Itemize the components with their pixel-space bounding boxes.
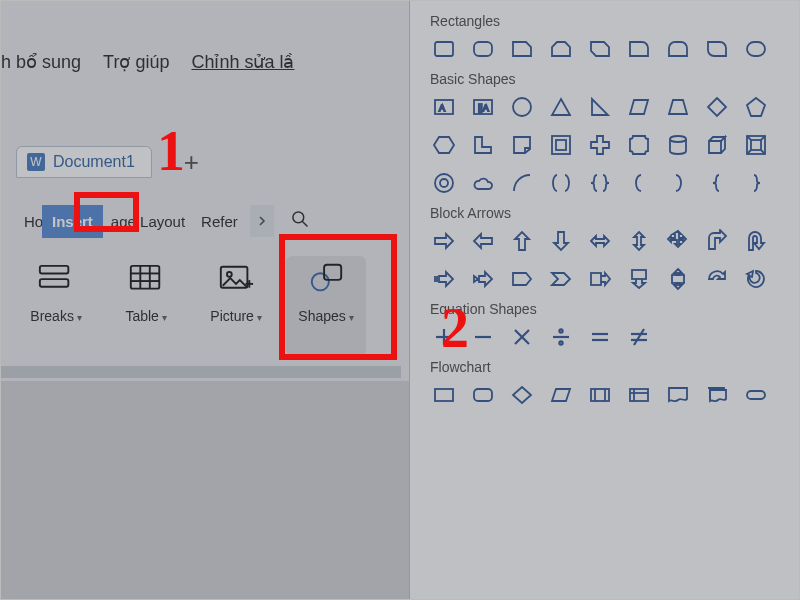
round-diag-rect-shape[interactable]: [703, 35, 731, 63]
ribbon-divider: [1, 366, 401, 378]
notched-right-arrow-shape[interactable]: [469, 265, 497, 293]
plaque-shape[interactable]: [625, 131, 653, 159]
up-arrow-shape[interactable]: [508, 227, 536, 255]
folded-corner-shape[interactable]: [508, 131, 536, 159]
right-triangle-shape[interactable]: [586, 93, 614, 121]
breaks-label: Breaks: [30, 308, 81, 324]
flowchart-process-shape[interactable]: [430, 381, 458, 409]
table-button[interactable]: Table: [106, 256, 186, 356]
bevel-shape[interactable]: [742, 131, 770, 159]
donut-shape[interactable]: [430, 169, 458, 197]
bracket-pair-shape[interactable]: [547, 169, 575, 197]
snip-corner-rect-shape[interactable]: [508, 35, 536, 63]
arc-shape[interactable]: [508, 169, 536, 197]
trapezoid-shape[interactable]: [664, 93, 692, 121]
svg-rect-48: [435, 389, 453, 401]
shapes-button[interactable]: Shapes: [286, 256, 366, 356]
rounded-rect-alt-shape[interactable]: [742, 35, 770, 63]
svg-text:||A: ||A: [478, 103, 489, 113]
flowchart-data-shape[interactable]: [547, 381, 575, 409]
ribbon-tab-page-layout[interactable]: age Layout: [103, 205, 193, 238]
snip-diag-rect-shape[interactable]: [586, 35, 614, 63]
text-box-shape[interactable]: A: [430, 93, 458, 121]
left-bracket-shape[interactable]: [625, 169, 653, 197]
cloud-shape[interactable]: [469, 169, 497, 197]
shapes-gallery-panel: Rectangles Basic Shapes A ||A: [409, 1, 799, 599]
flowchart-multidoc-shape[interactable]: [703, 381, 731, 409]
divide-shape[interactable]: [547, 323, 575, 351]
rounded-rectangle-shape[interactable]: [469, 35, 497, 63]
diamond-shape[interactable]: [703, 93, 731, 121]
frame-shape[interactable]: [547, 131, 575, 159]
curved-arrow-shape[interactable]: [703, 265, 731, 293]
flowchart-decision-shape[interactable]: [508, 381, 536, 409]
cube-shape[interactable]: [703, 131, 731, 159]
ribbon-more-button[interactable]: [250, 205, 274, 237]
document-canvas[interactable]: [1, 381, 409, 599]
table-icon: [127, 262, 165, 294]
bent-arrow-shape[interactable]: [703, 227, 731, 255]
left-arrow-shape[interactable]: [469, 227, 497, 255]
flowchart-predefined-shape[interactable]: [586, 381, 614, 409]
rectangle-shape[interactable]: [430, 35, 458, 63]
picture-icon: [217, 262, 255, 294]
flowchart-terminator-shape[interactable]: [742, 381, 770, 409]
not-equal-shape[interactable]: [625, 323, 653, 351]
new-tab-button[interactable]: +: [170, 147, 213, 178]
triangle-shape[interactable]: [547, 93, 575, 121]
pentagon-shape[interactable]: [742, 93, 770, 121]
svg-point-13: [312, 273, 329, 290]
section-equation-shapes: Equation Shapes: [430, 301, 799, 317]
svg-point-22: [513, 98, 531, 116]
menu-item-help[interactable]: Trợ giúp: [103, 51, 169, 73]
round-corner-rect-shape[interactable]: [625, 35, 653, 63]
picture-button[interactable]: Picture: [196, 256, 276, 356]
plus-shape[interactable]: [430, 323, 458, 351]
menu-item-partial[interactable]: h bổ sung: [1, 51, 81, 73]
l-shape[interactable]: [469, 131, 497, 159]
cross-shape[interactable]: [586, 131, 614, 159]
quad-arrow-shape[interactable]: [664, 227, 692, 255]
striped-right-arrow-shape[interactable]: [430, 265, 458, 293]
section-rectangles: Rectangles: [430, 13, 799, 29]
flowchart-alt-process-shape[interactable]: [469, 381, 497, 409]
snip-top-rect-shape[interactable]: [547, 35, 575, 63]
brace-pair-shape[interactable]: [586, 169, 614, 197]
minus-shape[interactable]: [469, 323, 497, 351]
chevron-arrow-shape[interactable]: [547, 265, 575, 293]
vertical-text-box-shape[interactable]: ||A: [469, 93, 497, 121]
down-arrow-callout-shape[interactable]: [625, 265, 653, 293]
left-right-arrow-shape[interactable]: [586, 227, 614, 255]
menu-item-edit[interactable]: Chỉnh sửa lầ: [191, 51, 294, 73]
ribbon-tab-references[interactable]: Refer: [193, 205, 246, 238]
right-arrow-shape[interactable]: [430, 227, 458, 255]
u-turn-arrow-shape[interactable]: [742, 227, 770, 255]
right-brace-shape[interactable]: [742, 169, 770, 197]
up-down-arrow-shape[interactable]: [625, 227, 653, 255]
flowchart-document-shape[interactable]: [664, 381, 692, 409]
oval-shape[interactable]: [508, 93, 536, 121]
svg-rect-15: [435, 42, 453, 56]
svg-rect-3: [40, 279, 68, 287]
right-arrow-callout-shape[interactable]: [586, 265, 614, 293]
breaks-button[interactable]: Breaks: [16, 256, 96, 356]
ribbon-tab-home[interactable]: Home: [16, 205, 42, 238]
left-brace-shape[interactable]: [703, 169, 731, 197]
section-block-arrows: Block Arrows: [430, 205, 799, 221]
right-bracket-shape[interactable]: [664, 169, 692, 197]
ribbon-tab-insert[interactable]: Insert: [42, 205, 103, 238]
multiply-shape[interactable]: [508, 323, 536, 351]
hexagon-shape[interactable]: [430, 131, 458, 159]
flowchart-internal-storage-shape[interactable]: [625, 381, 653, 409]
cylinder-shape[interactable]: [664, 131, 692, 159]
round-top-rect-shape[interactable]: [664, 35, 692, 63]
up-down-arrow-callout-shape[interactable]: [664, 265, 692, 293]
parallelogram-shape[interactable]: [625, 93, 653, 121]
breaks-icon: [37, 262, 75, 294]
search-icon[interactable]: [290, 209, 310, 234]
pentagon-arrow-shape[interactable]: [508, 265, 536, 293]
equals-shape[interactable]: [586, 323, 614, 351]
down-arrow-shape[interactable]: [547, 227, 575, 255]
circular-arrow-shape[interactable]: [742, 265, 770, 293]
document-tab[interactable]: W Document1: [16, 146, 152, 178]
